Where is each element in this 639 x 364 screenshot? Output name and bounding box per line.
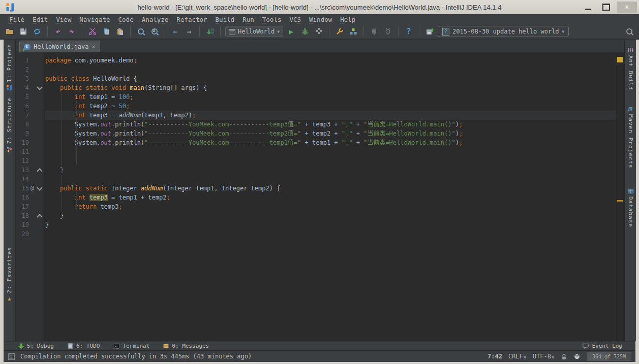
fold-marker[interactable] [37, 168, 42, 174]
code-line[interactable] [45, 156, 616, 166]
toolwindow-toggle-grid-icon[interactable] [8, 353, 15, 360]
search-everywhere-button[interactable] [624, 26, 635, 37]
vcs-message-widget[interactable]: ? 2015-08-30 update hello world ▼ [438, 26, 569, 37]
gutter-line: 16 [16, 193, 44, 202]
menu-item-edit[interactable]: Edit [28, 16, 52, 23]
code-line[interactable] [45, 175, 616, 184]
toolbar-separator [130, 26, 131, 37]
toolwindow-button-maven-projects[interactable]: m Maven Projects [625, 105, 636, 169]
run-with-coverage-button[interactable] [313, 26, 324, 37]
code-line[interactable]: int temp1 = 100; [45, 92, 616, 102]
code-line[interactable] [45, 229, 616, 239]
event-log-button[interactable]: Event Log [582, 343, 622, 349]
tab-close-icon[interactable]: × [92, 43, 95, 50]
toolwindow-button-terminal[interactable]: >_ Terminal [113, 343, 149, 349]
gutter-line: 20 [16, 229, 44, 239]
menu-item-analyze[interactable]: Analyze [138, 16, 173, 23]
line-number: 1 [16, 57, 29, 64]
open-button[interactable] [4, 26, 15, 37]
toolwindow-button-project[interactable]: 1: Project [4, 44, 15, 91]
code-editor[interactable]: 123456789101112131415@1617181920 package… [16, 52, 624, 341]
encoding-widget[interactable]: UTF-8⇅ [533, 353, 555, 360]
copy-button[interactable] [101, 26, 112, 37]
help-button[interactable]: ? [403, 26, 414, 37]
menu-item-file[interactable]: File [5, 16, 28, 23]
error-stripe-mark-highlight[interactable] [617, 200, 623, 202]
code-line[interactable]: public class HelloWorld { [45, 74, 616, 83]
fold-marker[interactable] [37, 214, 42, 219]
code-line[interactable]: int temp3 = addNum(temp1, temp2); [45, 111, 616, 120]
left-toolwindow-bar: 1: Project 7: Structure 2: Favorites ★ [4, 40, 16, 341]
run-configuration-select[interactable]: HelloWorld ▼ [225, 26, 283, 37]
toolwindow-label: 2: Favorites [6, 247, 13, 293]
menu-item-tools[interactable]: Tools [258, 16, 286, 23]
menu-item-window[interactable]: Window [305, 16, 336, 23]
project-structure-button[interactable] [348, 26, 359, 37]
menu-item-code[interactable]: Code [114, 16, 138, 23]
editor-scrollbar[interactable] [616, 52, 624, 341]
caret-position-widget[interactable]: 7:42 [488, 353, 502, 360]
find-button[interactable] [135, 26, 146, 37]
run-play-icon: ▶ [289, 28, 293, 35]
settings-button[interactable] [334, 26, 345, 37]
toolwindow-button-messages[interactable]: 0: Messages [163, 343, 209, 349]
toolwindow-button-database[interactable]: Database [625, 188, 636, 227]
code-line[interactable]: } [45, 220, 616, 229]
editor-code-area[interactable]: package com.youmeek.demo; public class H… [45, 52, 616, 341]
terminal-icon: >_ [113, 343, 120, 349]
code-line[interactable] [45, 65, 616, 74]
build-apk-button[interactable] [369, 26, 380, 37]
lock-icon[interactable] [561, 353, 567, 360]
menu-item-build[interactable]: Build [211, 16, 239, 23]
menu-item-run[interactable]: Run [238, 16, 258, 23]
menu-item-view[interactable]: View [52, 16, 75, 23]
menu-item-navigate[interactable]: Navigate [75, 16, 114, 23]
error-stripe-mark-warning[interactable] [617, 57, 623, 62]
menu-item-vcs[interactable]: VCS [285, 16, 305, 23]
code-line[interactable]: int temp3 = temp1 + temp2; [45, 193, 616, 202]
line-ending-widget[interactable]: CRLF⇅ [508, 353, 527, 360]
code-line[interactable]: System.out.println("-----------YouMeek.c… [45, 138, 616, 147]
fold-marker[interactable] [37, 185, 42, 190]
close-icon: × [625, 3, 629, 11]
menu-item-refactor[interactable]: Refactor [172, 16, 211, 23]
vcs-commit-icon [425, 27, 434, 36]
debug-button[interactable] [299, 26, 311, 37]
toolwindow-button-todo[interactable]: 6: TODO [67, 343, 100, 349]
code-line[interactable]: package com.youmeek.demo; [45, 56, 616, 65]
toolwindow-button-favorites[interactable]: 2: Favorites ★ [4, 247, 15, 303]
synchronize-button[interactable] [32, 26, 43, 37]
code-line[interactable]: } [45, 166, 616, 175]
code-line[interactable]: System.out.println("-----------YouMeek.c… [45, 129, 616, 138]
replace-button[interactable]: A [149, 26, 160, 37]
run-button[interactable]: ▶ [286, 26, 297, 37]
code-line[interactable]: public static void main(String[] args) { [45, 83, 616, 92]
save-all-button[interactable] [18, 26, 29, 37]
paste-button[interactable] [114, 26, 126, 37]
vcs-update-button[interactable]: 0110 [204, 26, 216, 37]
hector-inspector-icon[interactable] [573, 353, 581, 360]
code-line[interactable]: return temp3; [45, 202, 616, 211]
redo-button[interactable]: ↷ [66, 26, 77, 37]
toolwindow-button-ant-build[interactable]: Ant Build [625, 47, 636, 90]
code-line[interactable]: System.out.println("-----------YouMeek.c… [45, 120, 616, 129]
code-line[interactable]: } [45, 211, 616, 220]
cut-button[interactable] [87, 26, 98, 37]
toolwindow-button-debug[interactable]: 5: Debug [18, 343, 54, 349]
code-line[interactable]: public static Integer addNum(Integer tem… [45, 184, 616, 193]
close-button[interactable]: × [617, 2, 637, 13]
sync-android-button[interactable] [382, 26, 393, 37]
maximize-button[interactable] [598, 2, 614, 13]
toolwindow-button-structure[interactable]: 7: Structure [4, 97, 15, 152]
code-line[interactable] [45, 147, 616, 156]
menu-item-help[interactable]: Help [336, 16, 359, 23]
navigate-forward-button[interactable]: → [184, 26, 195, 37]
fold-marker[interactable] [37, 84, 42, 90]
memory-indicator[interactable]: 364 of 725M [587, 352, 631, 361]
minimize-button[interactable] [580, 2, 595, 13]
undo-button[interactable]: ↶ [52, 26, 64, 37]
code-line[interactable]: int temp2 = 50; [45, 102, 616, 111]
tab-helloworld-java[interactable]: C HelloWorld.java × [19, 41, 100, 52]
navigate-back-button[interactable]: ← [170, 26, 181, 37]
commit-changes-button[interactable] [424, 26, 435, 37]
